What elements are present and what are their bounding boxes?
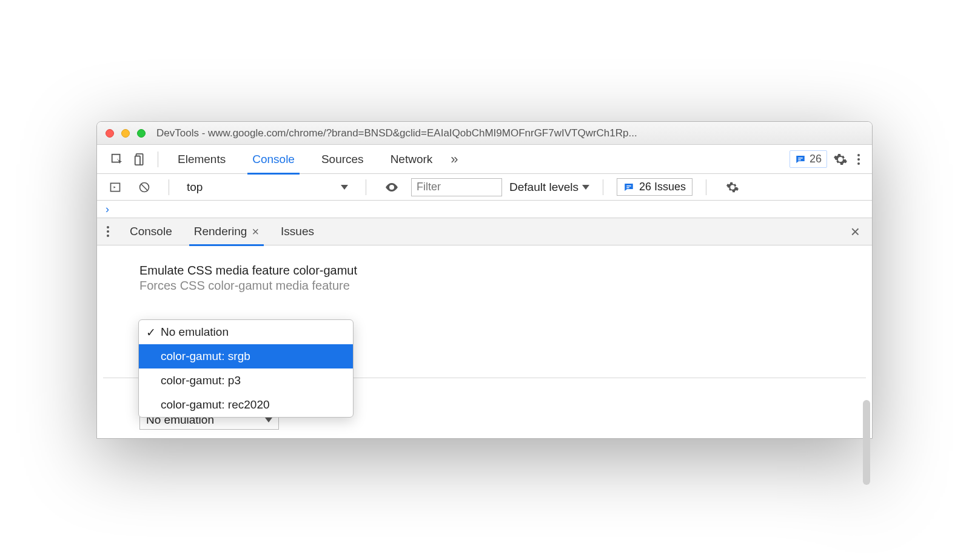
levels-label: Default levels [509,181,578,194]
traffic-light-zoom[interactable] [137,129,146,138]
tab-sources[interactable]: Sources [308,145,377,174]
clear-console-icon[interactable] [133,178,155,197]
log-levels-selector[interactable]: Default levels [509,181,589,194]
rendering-panel: Emulate CSS media feature color-gamut Fo… [97,245,872,438]
settings-icon[interactable] [827,152,854,167]
dropdown-option-p3[interactable]: color-gamut: p3 [139,368,353,393]
window-title: DevTools - www.google.com/chrome/?brand=… [156,127,863,139]
message-icon [795,154,806,165]
tab-network[interactable]: Network [377,145,446,174]
svg-rect-4 [798,159,801,161]
console-toolbar: top Default levels 26 Issues [97,174,872,201]
console-prompt[interactable]: › [97,201,872,218]
chevron-down-icon [341,185,348,190]
drawer-tab-rendering[interactable]: Rendering × [189,218,264,245]
option-label: color-gamut: p3 [161,374,241,387]
svg-rect-9 [626,187,629,188]
separator [158,152,158,167]
console-settings-icon[interactable] [720,181,745,194]
chevron-down-icon [265,418,272,422]
close-drawer-icon[interactable]: × [845,222,866,241]
separator [169,179,169,195]
tab-label: Sources [321,153,364,166]
tab-label: Elements [178,153,226,166]
filter-input[interactable] [411,178,502,196]
tab-label: Network [391,153,433,166]
drawer-tab-strip: Console Rendering × Issues × [97,218,872,245]
message-icon [623,182,634,193]
separator [366,179,366,195]
live-expression-icon[interactable] [380,176,404,198]
traffic-light-minimize[interactable] [121,129,130,138]
tab-console[interactable]: Console [239,145,308,174]
issues-count: 26 [810,153,822,165]
section-title: Emulate CSS media feature color-gamut [139,264,830,278]
issues-label: 26 Issues [639,181,686,193]
drawer-tab-console[interactable]: Console [125,218,177,245]
section-subtitle: Forces CSS color-gamut media feature [139,279,830,293]
chevron-down-icon [582,185,589,190]
traffic-light-close[interactable] [106,129,114,138]
dropdown-option-no-emulation[interactable]: No emulation [139,320,353,344]
svg-rect-3 [798,158,803,159]
tab-label: Issues [281,225,314,238]
tab-elements[interactable]: Elements [164,145,239,174]
color-gamut-dropdown[interactable]: No emulation color-gamut: srgb color-gam… [138,319,354,418]
svg-rect-2 [135,156,140,165]
tab-label: Console [130,225,172,238]
more-tabs-icon[interactable]: » [446,148,463,171]
inspect-element-icon[interactable] [106,149,129,170]
issues-count-badge[interactable]: 26 [790,150,827,168]
issues-button[interactable]: 26 Issues [617,178,692,196]
dropdown-option-srgb[interactable]: color-gamut: srgb [139,344,353,368]
dropdown-option-rec2020[interactable]: color-gamut: rec2020 [139,393,353,417]
close-icon[interactable]: × [252,225,259,239]
separator [706,179,706,195]
svg-line-7 [141,184,147,190]
option-label: color-gamut: srgb [161,350,250,363]
option-label: color-gamut: rec2020 [161,398,270,412]
main-menu-icon[interactable] [854,154,863,165]
drawer-tab-issues[interactable]: Issues [276,218,319,245]
window-titlebar: DevTools - www.google.com/chrome/?brand=… [97,122,872,145]
console-sidebar-toggle-icon[interactable] [104,178,126,197]
tab-label: Console [252,153,295,166]
svg-rect-8 [626,185,631,187]
separator [603,179,603,195]
option-label: No emulation [161,325,229,339]
context-value: top [187,181,203,194]
main-tab-strip: Elements Console Sources Network » 26 [97,145,872,174]
scrollbar-thumb[interactable] [863,400,870,485]
tab-label: Rendering [194,225,247,238]
drawer-menu-icon[interactable] [103,226,113,237]
context-selector[interactable]: top [183,179,352,196]
device-toolbar-icon[interactable] [129,149,152,170]
